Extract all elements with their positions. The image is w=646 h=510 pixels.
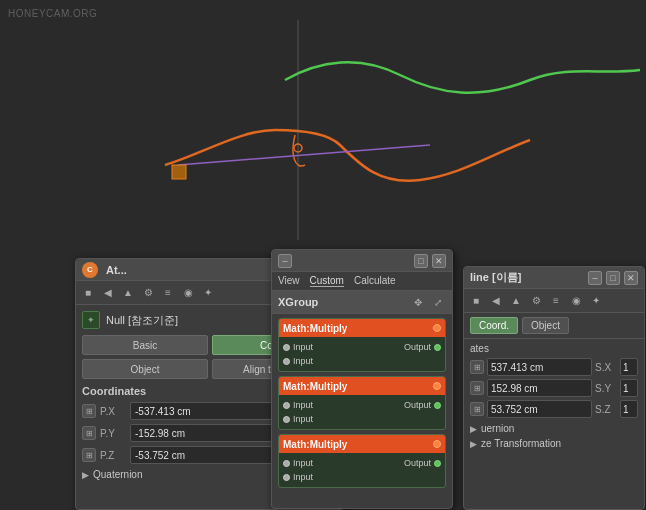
pz-icon[interactable]: ⊞: [82, 448, 96, 462]
right-transform-chevron[interactable]: ▶: [470, 439, 477, 449]
node2-input-port: Input: [283, 400, 313, 410]
xgroup-controls-right: □ ✕: [414, 254, 446, 268]
node2-titlebar[interactable]: Math:Multiply: [279, 377, 445, 395]
node1-title: Math:Multiply: [283, 323, 347, 334]
object-tab[interactable]: Object: [82, 359, 208, 379]
toolbar-icon-back[interactable]: ◀: [100, 285, 116, 301]
right-transform-label: ze Transformation: [481, 438, 561, 449]
basic-tab[interactable]: Basic: [82, 335, 208, 355]
node1-input-label: Input: [293, 342, 313, 352]
xgroup-minimize[interactable]: –: [278, 254, 292, 268]
node3-input2-label: Input: [293, 472, 313, 482]
menu-view[interactable]: View: [278, 275, 300, 287]
node1-input2-label: Input: [293, 356, 313, 366]
node1-input2-dot[interactable]: [283, 358, 290, 365]
node1-output-dot[interactable]: [434, 344, 441, 351]
right-py-input[interactable]: [487, 379, 592, 397]
right-px-icon[interactable]: ⊞: [470, 360, 484, 374]
toolbar-icon-up[interactable]: ▲: [120, 285, 136, 301]
right-sz-input[interactable]: [620, 400, 638, 418]
node3-input2-port: Input: [283, 472, 313, 482]
node2-output-port: Output: [404, 400, 441, 410]
xgroup-close[interactable]: ✕: [432, 254, 446, 268]
node2-input-dot[interactable]: [283, 402, 290, 409]
px-input[interactable]: [130, 402, 274, 420]
right-minimize[interactable]: –: [588, 271, 602, 285]
right-sy-input[interactable]: [620, 379, 638, 397]
node3-input-row: Input Output: [283, 456, 441, 470]
node2-output-dot[interactable]: [434, 402, 441, 409]
right-transform-row: ▶ ze Transformation: [470, 438, 638, 449]
node1-input2-port: Input: [283, 356, 313, 366]
node3-title: Math:Multiply: [283, 439, 347, 450]
right-px-input[interactable]: [487, 358, 592, 376]
xgroup-maximize[interactable]: □: [414, 254, 428, 268]
py-label: P.Y: [100, 428, 126, 439]
right-toolbar-filter[interactable]: ⚙: [528, 293, 544, 309]
panel-right: line [이름] – □ ✕ ■ ◀ ▲ ⚙ ≡ ◉ ✦ Coord. Obj…: [463, 266, 645, 510]
right-section-ates: ates: [464, 339, 644, 356]
toolbar-icon-1[interactable]: ■: [80, 285, 96, 301]
toolbar-icon-circle[interactable]: ◉: [180, 285, 196, 301]
node3-input2-dot[interactable]: [283, 474, 290, 481]
toolbar-icon-filter[interactable]: ⚙: [140, 285, 156, 301]
xgroup-title: XGroup: [278, 296, 318, 308]
pz-label: P.Z: [100, 450, 126, 461]
right-coord-tab[interactable]: Coord.: [470, 317, 518, 334]
chevron-icon[interactable]: ▶: [82, 470, 89, 480]
node2-input-label: Input: [293, 400, 313, 410]
right-toolbar-circle[interactable]: ◉: [568, 293, 584, 309]
xgroup-titlebar[interactable]: – □ ✕: [272, 250, 452, 272]
menu-custom[interactable]: Custom: [310, 275, 344, 287]
right-quaternion-label: uernion: [481, 423, 514, 434]
right-sx-label: S.X: [595, 362, 617, 373]
panel-right-titlebar[interactable]: line [이름] – □ ✕: [464, 267, 644, 289]
xgroup-icon-expand[interactable]: ⤢: [430, 294, 446, 310]
node-math-multiply-1: Math:Multiply Input Output Input: [278, 318, 446, 372]
right-toolbar-up[interactable]: ▲: [508, 293, 524, 309]
node2-input2-dot[interactable]: [283, 416, 290, 423]
panel-right-controls: – □ ✕: [588, 271, 638, 285]
node1-input-row: Input Output: [283, 340, 441, 354]
svg-line-0: [178, 145, 430, 165]
pz-input[interactable]: [130, 446, 274, 464]
node1-output-port: Output: [404, 342, 441, 352]
right-chevron-icon[interactable]: ▶: [470, 424, 477, 434]
xgroup-icon-move[interactable]: ✥: [410, 294, 426, 310]
py-icon[interactable]: ⊞: [82, 426, 96, 440]
node-math-multiply-3: Math:Multiply Input Output Input: [278, 434, 446, 488]
right-close[interactable]: ✕: [624, 271, 638, 285]
toolbar-icon-layers[interactable]: ≡: [160, 285, 176, 301]
node2-dot: [433, 382, 441, 390]
curves-svg: [0, 0, 646, 240]
px-label: P.X: [100, 406, 126, 417]
right-object-tab[interactable]: Object: [522, 317, 569, 334]
right-toolbar-settings[interactable]: ✦: [588, 293, 604, 309]
panel-xgroup: – □ ✕ View Custom Calculate XGroup ✥ ⤢ M…: [271, 249, 453, 509]
node1-input2-row: Input: [283, 354, 441, 368]
node3-input-dot[interactable]: [283, 460, 290, 467]
right-pz-input[interactable]: [487, 400, 592, 418]
right-py-row: ⊞ S.Y: [470, 378, 638, 398]
node3-output-dot[interactable]: [434, 460, 441, 467]
right-pz-icon[interactable]: ⊞: [470, 402, 484, 416]
menu-calculate[interactable]: Calculate: [354, 275, 396, 287]
node3-titlebar[interactable]: Math:Multiply: [279, 435, 445, 453]
right-toolbar-back[interactable]: ◀: [488, 293, 504, 309]
right-maximize[interactable]: □: [606, 271, 620, 285]
svg-rect-1: [172, 165, 186, 179]
toolbar-icon-settings[interactable]: ✦: [200, 285, 216, 301]
null-label: Null [참조기준]: [106, 313, 178, 328]
panel-right-toolbar: ■ ◀ ▲ ⚙ ≡ ◉ ✦: [464, 289, 644, 313]
py-input[interactable]: [130, 424, 274, 442]
px-icon[interactable]: ⊞: [82, 404, 96, 418]
right-toolbar-layers[interactable]: ≡: [548, 293, 564, 309]
null-object-icon: ✦: [82, 311, 100, 329]
node1-output-label: Output: [404, 342, 431, 352]
right-toolbar-1[interactable]: ■: [468, 293, 484, 309]
node2-input2-port: Input: [283, 414, 313, 424]
right-py-icon[interactable]: ⊞: [470, 381, 484, 395]
node1-input-dot[interactable]: [283, 344, 290, 351]
right-sx-input[interactable]: [620, 358, 638, 376]
node1-titlebar[interactable]: Math:Multiply: [279, 319, 445, 337]
